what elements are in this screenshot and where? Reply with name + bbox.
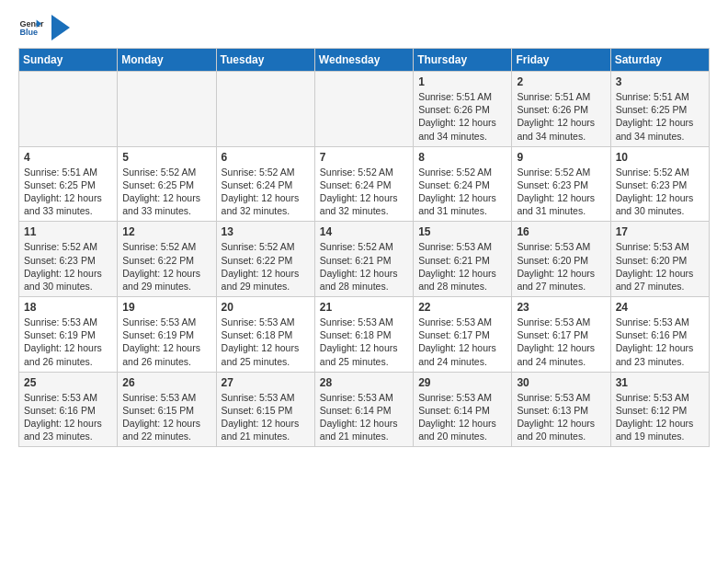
calendar-cell: 23Sunrise: 5:53 AM Sunset: 6:17 PM Dayli… <box>512 297 610 373</box>
calendar-cell: 19Sunrise: 5:53 AM Sunset: 6:19 PM Dayli… <box>118 297 216 373</box>
cell-info-text: Sunrise: 5:53 AM Sunset: 6:19 PM Dayligh… <box>24 316 112 368</box>
cell-info-text: Sunrise: 5:52 AM Sunset: 6:21 PM Dayligh… <box>320 240 408 293</box>
cell-info-text: Sunrise: 5:53 AM Sunset: 6:16 PM Dayligh… <box>616 316 704 368</box>
logo-icon: General Blue <box>18 15 44 40</box>
cell-info-text: Sunrise: 5:53 AM Sunset: 6:17 PM Dayligh… <box>517 316 605 368</box>
calendar-cell: 29Sunrise: 5:53 AM Sunset: 6:14 PM Dayli… <box>414 372 512 447</box>
cell-info-text: Sunrise: 5:53 AM Sunset: 6:15 PM Dayligh… <box>122 391 210 443</box>
logo-arrow-icon <box>51 15 70 40</box>
cell-date-number: 18 <box>24 301 112 314</box>
calendar-cell: 17Sunrise: 5:53 AM Sunset: 6:20 PM Dayli… <box>610 222 709 297</box>
cell-date-number: 4 <box>24 151 112 164</box>
day-header-saturday: Saturday <box>610 49 709 72</box>
calendar-cell: 28Sunrise: 5:53 AM Sunset: 6:14 PM Dayli… <box>314 372 413 447</box>
cell-info-text: Sunrise: 5:52 AM Sunset: 6:23 PM Dayligh… <box>616 166 704 218</box>
day-header-tuesday: Tuesday <box>216 49 314 72</box>
cell-info-text: Sunrise: 5:51 AM Sunset: 6:25 PM Dayligh… <box>616 90 704 143</box>
calendar-cell: 13Sunrise: 5:52 AM Sunset: 6:22 PM Dayli… <box>216 222 314 297</box>
cell-date-number: 11 <box>24 225 112 238</box>
calendar-cell: 26Sunrise: 5:53 AM Sunset: 6:15 PM Dayli… <box>118 372 216 447</box>
calendar-cell: 18Sunrise: 5:53 AM Sunset: 6:19 PM Dayli… <box>19 297 118 373</box>
calendar-cell: 12Sunrise: 5:52 AM Sunset: 6:22 PM Dayli… <box>118 222 216 297</box>
cell-date-number: 23 <box>517 301 605 314</box>
cell-date-number: 26 <box>122 376 210 389</box>
calendar-cell <box>19 72 118 147</box>
cell-date-number: 12 <box>122 225 210 238</box>
cell-info-text: Sunrise: 5:53 AM Sunset: 6:21 PM Dayligh… <box>418 240 506 293</box>
cell-date-number: 6 <box>222 151 310 164</box>
calendar-cell: 1Sunrise: 5:51 AM Sunset: 6:26 PM Daylig… <box>414 72 512 147</box>
cell-info-text: Sunrise: 5:53 AM Sunset: 6:15 PM Dayligh… <box>222 391 310 443</box>
calendar-table: SundayMondayTuesdayWednesdayThursdayFrid… <box>18 48 710 447</box>
calendar-cell: 27Sunrise: 5:53 AM Sunset: 6:15 PM Dayli… <box>216 372 314 447</box>
cell-date-number: 7 <box>320 151 408 164</box>
cell-date-number: 24 <box>616 301 704 314</box>
day-header-monday: Monday <box>118 49 216 72</box>
cell-info-text: Sunrise: 5:52 AM Sunset: 6:24 PM Dayligh… <box>320 166 408 218</box>
calendar-cell: 15Sunrise: 5:53 AM Sunset: 6:21 PM Dayli… <box>414 222 512 297</box>
svg-text:Blue: Blue <box>19 28 38 37</box>
cell-info-text: Sunrise: 5:53 AM Sunset: 6:12 PM Dayligh… <box>616 391 704 443</box>
cell-date-number: 15 <box>418 225 506 238</box>
day-header-sunday: Sunday <box>19 49 118 72</box>
cell-date-number: 29 <box>418 376 506 389</box>
calendar-week-row: 18Sunrise: 5:53 AM Sunset: 6:19 PM Dayli… <box>19 297 710 373</box>
cell-info-text: Sunrise: 5:52 AM Sunset: 6:23 PM Dayligh… <box>24 240 112 293</box>
cell-date-number: 2 <box>517 75 605 88</box>
day-header-friday: Friday <box>512 49 610 72</box>
cell-info-text: Sunrise: 5:52 AM Sunset: 6:23 PM Dayligh… <box>517 166 605 218</box>
calendar-cell: 14Sunrise: 5:52 AM Sunset: 6:21 PM Dayli… <box>314 222 413 297</box>
cell-info-text: Sunrise: 5:52 AM Sunset: 6:24 PM Dayligh… <box>418 166 506 218</box>
calendar-cell: 31Sunrise: 5:53 AM Sunset: 6:12 PM Dayli… <box>610 372 709 447</box>
calendar-cell <box>216 72 314 147</box>
day-header-wednesday: Wednesday <box>314 49 413 72</box>
cell-info-text: Sunrise: 5:53 AM Sunset: 6:14 PM Dayligh… <box>418 391 506 443</box>
header: General Blue <box>18 15 710 40</box>
cell-info-text: Sunrise: 5:53 AM Sunset: 6:19 PM Dayligh… <box>122 316 210 368</box>
cell-info-text: Sunrise: 5:53 AM Sunset: 6:16 PM Dayligh… <box>24 391 112 443</box>
calendar-cell: 24Sunrise: 5:53 AM Sunset: 6:16 PM Dayli… <box>610 297 709 373</box>
cell-date-number: 30 <box>517 376 605 389</box>
calendar-week-row: 11Sunrise: 5:52 AM Sunset: 6:23 PM Dayli… <box>19 222 710 297</box>
cell-info-text: Sunrise: 5:52 AM Sunset: 6:25 PM Dayligh… <box>122 166 210 218</box>
cell-date-number: 31 <box>616 376 704 389</box>
day-header-thursday: Thursday <box>414 49 512 72</box>
calendar-cell: 16Sunrise: 5:53 AM Sunset: 6:20 PM Dayli… <box>512 222 610 297</box>
calendar-week-row: 25Sunrise: 5:53 AM Sunset: 6:16 PM Dayli… <box>19 372 710 447</box>
calendar-cell: 2Sunrise: 5:51 AM Sunset: 6:26 PM Daylig… <box>512 72 610 147</box>
cell-date-number: 14 <box>320 225 408 238</box>
cell-date-number: 27 <box>222 376 310 389</box>
cell-info-text: Sunrise: 5:53 AM Sunset: 6:20 PM Dayligh… <box>517 240 605 293</box>
cell-info-text: Sunrise: 5:53 AM Sunset: 6:17 PM Dayligh… <box>418 316 506 368</box>
calendar-header-row: SundayMondayTuesdayWednesdayThursdayFrid… <box>19 49 710 72</box>
cell-date-number: 22 <box>418 301 506 314</box>
calendar-cell <box>314 72 413 147</box>
calendar-cell: 8Sunrise: 5:52 AM Sunset: 6:24 PM Daylig… <box>414 146 512 222</box>
cell-date-number: 25 <box>24 376 112 389</box>
cell-info-text: Sunrise: 5:51 AM Sunset: 6:25 PM Dayligh… <box>24 166 112 218</box>
calendar-cell: 3Sunrise: 5:51 AM Sunset: 6:25 PM Daylig… <box>610 72 709 147</box>
cell-info-text: Sunrise: 5:53 AM Sunset: 6:20 PM Dayligh… <box>616 240 704 293</box>
calendar-cell: 6Sunrise: 5:52 AM Sunset: 6:24 PM Daylig… <box>216 146 314 222</box>
cell-date-number: 16 <box>517 225 605 238</box>
calendar-cell: 20Sunrise: 5:53 AM Sunset: 6:18 PM Dayli… <box>216 297 314 373</box>
svg-marker-3 <box>51 15 70 40</box>
calendar-cell: 30Sunrise: 5:53 AM Sunset: 6:13 PM Dayli… <box>512 372 610 447</box>
calendar-cell: 9Sunrise: 5:52 AM Sunset: 6:23 PM Daylig… <box>512 146 610 222</box>
cell-date-number: 5 <box>122 151 210 164</box>
cell-date-number: 21 <box>320 301 408 314</box>
cell-info-text: Sunrise: 5:53 AM Sunset: 6:18 PM Dayligh… <box>320 316 408 368</box>
calendar-cell: 5Sunrise: 5:52 AM Sunset: 6:25 PM Daylig… <box>118 146 216 222</box>
logo: General Blue <box>18 15 70 40</box>
cell-date-number: 20 <box>222 301 310 314</box>
calendar-cell: 22Sunrise: 5:53 AM Sunset: 6:17 PM Dayli… <box>414 297 512 373</box>
cell-date-number: 28 <box>320 376 408 389</box>
cell-info-text: Sunrise: 5:53 AM Sunset: 6:14 PM Dayligh… <box>320 391 408 443</box>
calendar-week-row: 4Sunrise: 5:51 AM Sunset: 6:25 PM Daylig… <box>19 146 710 222</box>
cell-info-text: Sunrise: 5:52 AM Sunset: 6:24 PM Dayligh… <box>222 166 310 218</box>
calendar-week-row: 1Sunrise: 5:51 AM Sunset: 6:26 PM Daylig… <box>19 72 710 147</box>
cell-info-text: Sunrise: 5:52 AM Sunset: 6:22 PM Dayligh… <box>222 240 310 293</box>
cell-date-number: 9 <box>517 151 605 164</box>
calendar-cell: 7Sunrise: 5:52 AM Sunset: 6:24 PM Daylig… <box>314 146 413 222</box>
calendar-cell: 4Sunrise: 5:51 AM Sunset: 6:25 PM Daylig… <box>19 146 118 222</box>
